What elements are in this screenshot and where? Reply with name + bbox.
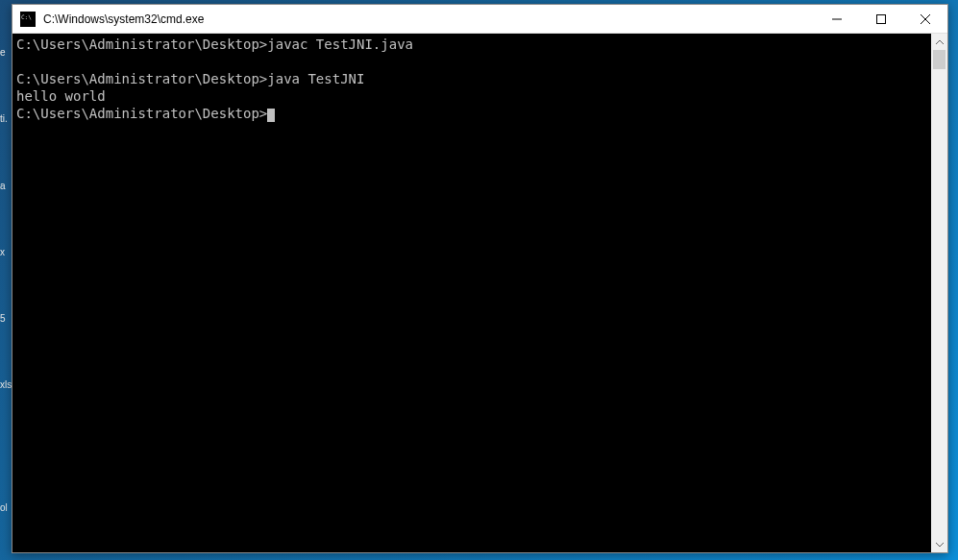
cmd-window: C:\Windows\system32\cmd.exe C:\Users\ — [12, 4, 948, 553]
close-button[interactable] — [903, 5, 947, 33]
terminal-line: C:\Users\Administrator\Desktop>java Test… — [16, 70, 927, 87]
maximize-button[interactable] — [859, 5, 903, 33]
vertical-scrollbar — [931, 34, 947, 552]
terminal-line: C:\Users\Administrator\Desktop>javac Tes… — [16, 36, 927, 53]
command-text: java TestJNI — [267, 71, 364, 86]
terminal-line — [16, 53, 927, 70]
scroll-up-button[interactable] — [931, 34, 947, 50]
chevron-up-icon — [936, 38, 944, 46]
window-title: C:\Windows\system32\cmd.exe — [43, 12, 815, 26]
edge-hint: e — [0, 47, 12, 58]
terminal-line: C:\Users\Administrator\Desktop> — [16, 105, 927, 122]
terminal-line: hello world — [16, 87, 927, 105]
scroll-thumb[interactable] — [933, 50, 946, 69]
maximize-icon — [876, 14, 886, 24]
edge-hint: 5 — [0, 313, 12, 324]
minimize-button[interactable] — [815, 5, 859, 33]
edge-hint: x — [0, 247, 12, 257]
titlebar[interactable]: C:\Windows\system32\cmd.exe — [12, 5, 947, 34]
edge-hint: ti. — [0, 113, 12, 124]
prompt: C:\Users\Administrator\Desktop> — [16, 37, 267, 52]
minimize-icon — [832, 14, 842, 24]
cursor — [267, 109, 275, 122]
edge-hint: ol — [0, 502, 12, 513]
command-text: hello world — [16, 88, 106, 104]
prompt: C:\Users\Administrator\Desktop> — [16, 106, 267, 121]
prompt: C:\Users\Administrator\Desktop> — [16, 71, 267, 86]
window-controls — [815, 5, 947, 33]
cmd-icon — [20, 12, 36, 27]
command-text: javac TestJNI.java — [267, 37, 413, 52]
terminal-output[interactable]: C:\Users\Administrator\Desktop>javac Tes… — [12, 34, 931, 552]
content-area: C:\Users\Administrator\Desktop>javac Tes… — [12, 34, 947, 552]
scroll-track[interactable] — [931, 50, 947, 536]
chevron-down-icon — [936, 541, 944, 548]
edge-hint: a — [0, 181, 12, 191]
close-icon — [921, 14, 930, 24]
svg-rect-1 — [877, 14, 886, 23]
desktop-edge-hints: e ti. a x 5 xls ol — [0, 0, 12, 560]
scroll-down-button[interactable] — [931, 536, 947, 552]
edge-hint: xls — [0, 379, 12, 390]
